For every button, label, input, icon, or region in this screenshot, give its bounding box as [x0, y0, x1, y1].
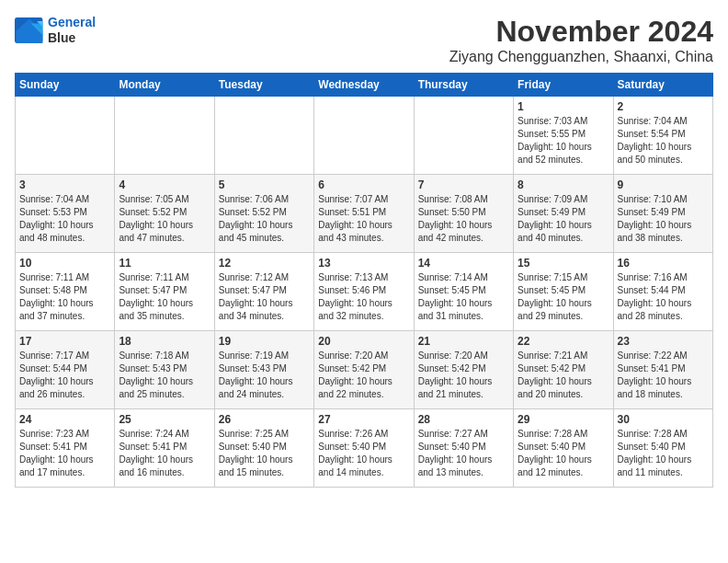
calendar-cell: 25Sunrise: 7:24 AM Sunset: 5:41 PM Dayli…: [115, 409, 214, 488]
calendar-cell: [115, 97, 214, 175]
day-info: Sunrise: 7:07 AM Sunset: 5:51 PM Dayligh…: [318, 193, 409, 245]
calendar-cell: [214, 97, 313, 175]
day-info: Sunrise: 7:09 AM Sunset: 5:49 PM Dayligh…: [518, 193, 609, 245]
day-info: Sunrise: 7:03 AM Sunset: 5:55 PM Dayligh…: [518, 115, 609, 167]
calendar-cell: 6Sunrise: 7:07 AM Sunset: 5:51 PM Daylig…: [314, 175, 414, 253]
day-info: Sunrise: 7:21 AM Sunset: 5:42 PM Dayligh…: [518, 350, 609, 401]
calendar-cell: [16, 97, 115, 175]
title-block: November 2024 Ziyang Chengguanzhen, Shaa…: [449, 15, 713, 65]
day-number: 15: [518, 257, 609, 270]
day-number: 16: [618, 257, 709, 270]
calendar-cell: 15Sunrise: 7:15 AM Sunset: 5:45 PM Dayli…: [514, 253, 613, 331]
weekday-header-row: SundayMondayTuesdayWednesdayThursdayFrid…: [16, 74, 713, 97]
day-number: 5: [219, 178, 310, 191]
day-info: Sunrise: 7:18 AM Sunset: 5:43 PM Dayligh…: [119, 350, 210, 401]
calendar-cell: 20Sunrise: 7:20 AM Sunset: 5:42 PM Dayli…: [314, 331, 414, 409]
day-number: 3: [19, 178, 110, 191]
header: General Blue November 2024 Ziyang Chengg…: [15, 15, 713, 65]
day-number: 28: [418, 413, 509, 426]
day-number: 12: [219, 257, 310, 270]
day-info: Sunrise: 7:22 AM Sunset: 5:41 PM Dayligh…: [618, 350, 709, 401]
calendar-cell: 22Sunrise: 7:21 AM Sunset: 5:42 PM Dayli…: [514, 331, 613, 409]
calendar-cell: 7Sunrise: 7:08 AM Sunset: 5:50 PM Daylig…: [414, 175, 513, 253]
calendar-week-2: 3Sunrise: 7:04 AM Sunset: 5:53 PM Daylig…: [16, 175, 713, 253]
day-number: 18: [119, 335, 210, 348]
calendar-cell: 24Sunrise: 7:23 AM Sunset: 5:41 PM Dayli…: [16, 409, 115, 488]
weekday-header-wednesday: Wednesday: [314, 74, 414, 97]
calendar-cell: [414, 97, 513, 175]
calendar-cell: 5Sunrise: 7:06 AM Sunset: 5:52 PM Daylig…: [214, 175, 313, 253]
day-number: 25: [119, 413, 210, 426]
day-number: 14: [418, 257, 509, 270]
day-info: Sunrise: 7:24 AM Sunset: 5:41 PM Dayligh…: [119, 428, 210, 479]
day-number: 4: [119, 178, 210, 191]
day-number: 19: [219, 335, 310, 348]
calendar-cell: 26Sunrise: 7:25 AM Sunset: 5:40 PM Dayli…: [214, 409, 313, 488]
calendar-week-1: 1Sunrise: 7:03 AM Sunset: 5:55 PM Daylig…: [16, 97, 713, 175]
calendar-title: November 2024: [449, 15, 713, 49]
calendar-cell: 8Sunrise: 7:09 AM Sunset: 5:49 PM Daylig…: [514, 175, 613, 253]
day-number: 26: [219, 413, 310, 426]
calendar-cell: 27Sunrise: 7:26 AM Sunset: 5:40 PM Dayli…: [314, 409, 414, 488]
day-info: Sunrise: 7:06 AM Sunset: 5:52 PM Dayligh…: [219, 193, 310, 245]
day-info: Sunrise: 7:28 AM Sunset: 5:40 PM Dayligh…: [618, 428, 709, 479]
day-number: 21: [418, 335, 509, 348]
calendar-cell: 9Sunrise: 7:10 AM Sunset: 5:49 PM Daylig…: [613, 175, 712, 253]
calendar-cell: 16Sunrise: 7:16 AM Sunset: 5:44 PM Dayli…: [613, 253, 712, 331]
day-info: Sunrise: 7:17 AM Sunset: 5:44 PM Dayligh…: [19, 350, 110, 401]
day-info: Sunrise: 7:20 AM Sunset: 5:42 PM Dayligh…: [318, 350, 409, 401]
day-number: 27: [318, 413, 409, 426]
day-info: Sunrise: 7:12 AM Sunset: 5:47 PM Dayligh…: [219, 271, 310, 323]
day-number: 1: [518, 100, 609, 113]
day-number: 8: [518, 178, 609, 191]
calendar-cell: 11Sunrise: 7:11 AM Sunset: 5:47 PM Dayli…: [115, 253, 214, 331]
day-info: Sunrise: 7:20 AM Sunset: 5:42 PM Dayligh…: [418, 350, 509, 401]
day-number: 2: [618, 100, 709, 113]
calendar-cell: 12Sunrise: 7:12 AM Sunset: 5:47 PM Dayli…: [214, 253, 313, 331]
weekday-header-tuesday: Tuesday: [214, 74, 313, 97]
calendar-cell: [314, 97, 414, 175]
day-info: Sunrise: 7:13 AM Sunset: 5:46 PM Dayligh…: [318, 271, 409, 323]
day-info: Sunrise: 7:04 AM Sunset: 5:54 PM Dayligh…: [618, 115, 709, 167]
day-info: Sunrise: 7:10 AM Sunset: 5:49 PM Dayligh…: [618, 193, 709, 245]
day-number: 10: [19, 257, 110, 270]
day-number: 29: [518, 413, 609, 426]
weekday-header-thursday: Thursday: [414, 74, 513, 97]
day-info: Sunrise: 7:08 AM Sunset: 5:50 PM Dayligh…: [418, 193, 509, 245]
day-number: 20: [318, 335, 409, 348]
day-info: Sunrise: 7:16 AM Sunset: 5:44 PM Dayligh…: [618, 271, 709, 323]
calendar-week-5: 24Sunrise: 7:23 AM Sunset: 5:41 PM Dayli…: [16, 409, 713, 488]
calendar-week-4: 17Sunrise: 7:17 AM Sunset: 5:44 PM Dayli…: [16, 331, 713, 409]
calendar-table: SundayMondayTuesdayWednesdayThursdayFrid…: [15, 73, 713, 488]
calendar-cell: 1Sunrise: 7:03 AM Sunset: 5:55 PM Daylig…: [514, 97, 613, 175]
day-number: 17: [19, 335, 110, 348]
day-info: Sunrise: 7:05 AM Sunset: 5:52 PM Dayligh…: [119, 193, 210, 245]
day-number: 7: [418, 178, 509, 191]
day-number: 13: [318, 257, 409, 270]
calendar-cell: 13Sunrise: 7:13 AM Sunset: 5:46 PM Dayli…: [314, 253, 414, 331]
calendar-cell: 29Sunrise: 7:28 AM Sunset: 5:40 PM Dayli…: [514, 409, 613, 488]
calendar-cell: 14Sunrise: 7:14 AM Sunset: 5:45 PM Dayli…: [414, 253, 513, 331]
day-info: Sunrise: 7:15 AM Sunset: 5:45 PM Dayligh…: [518, 271, 609, 323]
day-info: Sunrise: 7:14 AM Sunset: 5:45 PM Dayligh…: [418, 271, 509, 323]
day-number: 24: [19, 413, 110, 426]
logo-text: General Blue: [48, 15, 96, 46]
day-number: 11: [119, 257, 210, 270]
calendar-cell: 3Sunrise: 7:04 AM Sunset: 5:53 PM Daylig…: [16, 175, 115, 253]
weekday-header-saturday: Saturday: [613, 74, 712, 97]
day-info: Sunrise: 7:04 AM Sunset: 5:53 PM Dayligh…: [19, 193, 110, 245]
day-number: 23: [618, 335, 709, 348]
weekday-header-sunday: Sunday: [16, 74, 115, 97]
calendar-cell: 21Sunrise: 7:20 AM Sunset: 5:42 PM Dayli…: [414, 331, 513, 409]
day-info: Sunrise: 7:28 AM Sunset: 5:40 PM Dayligh…: [518, 428, 609, 479]
calendar-cell: 30Sunrise: 7:28 AM Sunset: 5:40 PM Dayli…: [613, 409, 712, 488]
day-info: Sunrise: 7:23 AM Sunset: 5:41 PM Dayligh…: [19, 428, 110, 479]
calendar-cell: 18Sunrise: 7:18 AM Sunset: 5:43 PM Dayli…: [115, 331, 214, 409]
day-info: Sunrise: 7:19 AM Sunset: 5:43 PM Dayligh…: [219, 350, 310, 401]
day-info: Sunrise: 7:25 AM Sunset: 5:40 PM Dayligh…: [219, 428, 310, 479]
calendar-cell: 17Sunrise: 7:17 AM Sunset: 5:44 PM Dayli…: [16, 331, 115, 409]
day-number: 22: [518, 335, 609, 348]
day-number: 6: [318, 178, 409, 191]
weekday-header-friday: Friday: [514, 74, 613, 97]
logo: General Blue: [15, 15, 96, 46]
